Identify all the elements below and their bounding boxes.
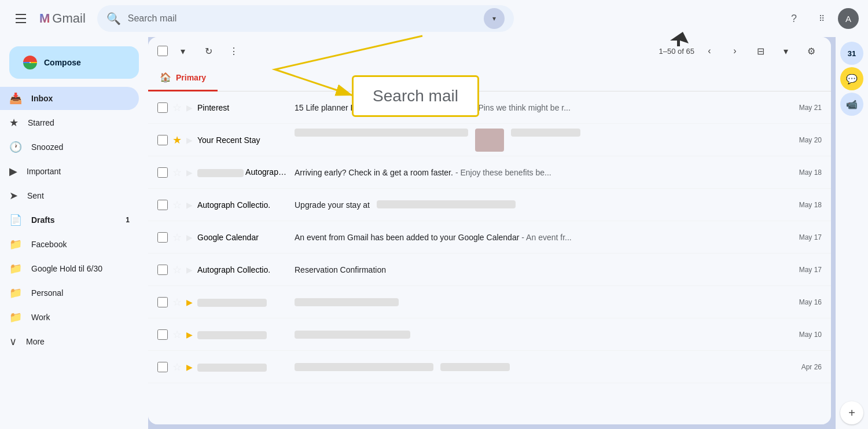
important-icon: ▶ <box>9 165 17 178</box>
star-icon[interactable]: ☆ <box>172 101 182 114</box>
tab-primary[interactable]: 🏠 Primary <box>148 65 218 91</box>
email-sender: Google Calendar <box>197 233 290 242</box>
email-date: May 10 <box>799 331 822 339</box>
email-sender <box>197 329 290 339</box>
add-app-button[interactable]: + <box>840 401 863 424</box>
refresh-button[interactable]: ↻ <box>198 41 219 61</box>
drafts-icon: 📄 <box>9 214 22 226</box>
primary-tab-icon: 🏠 <box>160 72 171 83</box>
email-checkbox[interactable] <box>157 135 168 145</box>
email-sender: Pinterest <box>197 103 290 112</box>
email-checkbox[interactable] <box>157 362 168 372</box>
important-marker-icon[interactable]: ▶ <box>186 135 193 145</box>
avatar-button[interactable]: A <box>838 8 859 29</box>
search-bar[interactable]: 🔍 ▾ <box>97 5 514 32</box>
sidebar-item-drafts[interactable]: 📄 Drafts 1 <box>0 208 139 232</box>
star-icon[interactable]: ☆ <box>172 263 182 276</box>
email-checkbox[interactable] <box>157 200 168 210</box>
important-marker-icon[interactable]: ▶ <box>186 200 193 210</box>
toolbar: ▾ ↻ ⋮ 1–50 of 65 ‹ › ⊟ ▾ ⚙ <box>148 37 831 65</box>
important-marker-icon[interactable]: ▶ <box>186 168 193 177</box>
sidebar-item-work[interactable]: 📁 Work <box>0 306 139 329</box>
prev-page-button[interactable]: ‹ <box>699 41 720 61</box>
important-marker-icon[interactable]: ▶ <box>186 362 193 372</box>
search-input[interactable] <box>128 13 477 24</box>
star-icon[interactable]: ☆ <box>172 166 182 179</box>
main-layout: Compose 📥 Inbox ★ Starred 🕐 Snoozed ▶ Im… <box>0 37 868 429</box>
email-checkbox[interactable] <box>157 167 168 178</box>
select-all-checkbox[interactable] <box>157 46 168 56</box>
table-row[interactable]: ☆ ▶ Google Calendar An event from Gmail … <box>148 221 831 254</box>
important-marker-icon[interactable]: ▶ <box>186 265 193 274</box>
email-subject-preview: An event from Gmail has been added to yo… <box>295 233 785 242</box>
email-date: May 17 <box>799 266 822 274</box>
email-checkbox[interactable] <box>157 232 168 243</box>
next-page-button[interactable]: › <box>724 41 745 61</box>
calendar-button[interactable]: 31 <box>840 42 863 65</box>
table-row[interactable]: ☆ ▶ Apr 26 <box>148 351 831 383</box>
more-options-button[interactable]: ⋮ <box>223 41 244 61</box>
snoozed-icon: 🕐 <box>9 141 22 153</box>
sidebar-item-label: Starred <box>28 118 54 127</box>
gmail-m-icon: M <box>39 11 50 26</box>
email-checkbox[interactable] <box>157 329 168 340</box>
important-marker-icon[interactable]: ▶ <box>186 103 193 112</box>
sidebar-item-label: Personal <box>31 288 63 298</box>
help-button[interactable]: ? <box>782 7 806 30</box>
select-dropdown-button[interactable]: ▾ <box>172 41 193 61</box>
compose-button[interactable]: Compose <box>9 46 139 79</box>
meet-button[interactable]: 📹 <box>840 93 863 116</box>
sidebar-item-inbox[interactable]: 📥 Inbox <box>0 87 139 110</box>
search-filter-button[interactable]: ▾ <box>484 8 505 29</box>
tab-label: Primary <box>176 73 206 82</box>
email-checkbox[interactable] <box>157 265 168 275</box>
search-icon: 🔍 <box>106 12 121 25</box>
sidebar-item-label: Important <box>27 167 61 176</box>
table-row[interactable]: ☆ ▶ Pinterest 15 Life planner Pins to ch… <box>148 91 831 124</box>
chat-icon: 💬 <box>846 74 858 85</box>
sidebar-item-facebook[interactable]: 📁 Facebook <box>0 233 139 256</box>
sidebar-item-label: Sent <box>27 191 44 200</box>
personal-icon: 📁 <box>9 287 22 299</box>
chat-button[interactable]: 💬 <box>840 67 863 90</box>
compose-plus-icon <box>23 56 37 69</box>
table-row[interactable]: ☆ ▶ May 16 <box>148 286 831 318</box>
star-icon[interactable]: ☆ <box>172 296 182 309</box>
table-row[interactable]: ☆ ▶ May 10 <box>148 318 831 351</box>
star-icon[interactable]: ☆ <box>172 231 182 244</box>
star-icon[interactable]: ☆ <box>172 328 182 341</box>
sidebar-item-personal[interactable]: 📁 Personal <box>0 281 139 305</box>
sidebar-item-google-hold[interactable]: 📁 Google Hold til 6/30 <box>0 257 139 280</box>
table-row[interactable]: ☆ ▶ Autograph Collectio. Upgrade your st… <box>148 189 831 221</box>
email-subject: Upgrade your stay at <box>295 200 370 210</box>
table-row[interactable]: ★ ▶ Your Recent Stay May 20 <box>148 124 831 156</box>
star-icon[interactable]: ☆ <box>172 361 182 373</box>
search-bar-wrapper: 🔍 ▾ <box>97 5 514 32</box>
settings-button[interactable]: ⚙ <box>801 41 822 61</box>
menu-button[interactable] <box>9 7 32 30</box>
star-icon[interactable]: ★ <box>172 134 182 146</box>
email-checkbox[interactable] <box>157 297 168 307</box>
sidebar-item-more[interactable]: ∨ More <box>0 330 139 353</box>
sidebar-item-snoozed[interactable]: 🕐 Snoozed <box>0 135 139 159</box>
chevron-right-icon: › <box>733 46 736 56</box>
important-marker-icon[interactable]: ▶ <box>186 330 193 339</box>
apps-button[interactable]: ⠿ <box>810 7 833 30</box>
table-row[interactable]: ☆ ▶ Autograph Collectio. Reservation Con… <box>148 254 831 286</box>
email-subject-preview: Reservation Confirmation <box>295 265 785 274</box>
blurred-content <box>197 331 267 339</box>
sidebar: Compose 📥 Inbox ★ Starred 🕐 Snoozed ▶ Im… <box>0 37 148 429</box>
important-marker-icon[interactable]: ▶ <box>186 233 193 242</box>
sidebar-item-label: More <box>26 337 45 346</box>
view-options-button[interactable]: ⊟ <box>750 41 771 61</box>
sidebar-item-important[interactable]: ▶ Important <box>0 160 139 183</box>
important-marker-icon[interactable]: ▶ <box>186 298 193 307</box>
sidebar-item-label: Work <box>31 313 50 322</box>
sidebar-item-starred[interactable]: ★ Starred <box>0 111 139 134</box>
email-checkbox[interactable] <box>157 102 168 113</box>
chevron-down-icon: ▾ <box>492 14 496 23</box>
sidebar-item-sent[interactable]: ➤ Sent <box>0 184 139 207</box>
view-dropdown-button[interactable]: ▾ <box>775 41 796 61</box>
star-icon[interactable]: ☆ <box>172 199 182 211</box>
table-row[interactable]: ☆ ▶ Autograph Collection Arriving early?… <box>148 156 831 189</box>
